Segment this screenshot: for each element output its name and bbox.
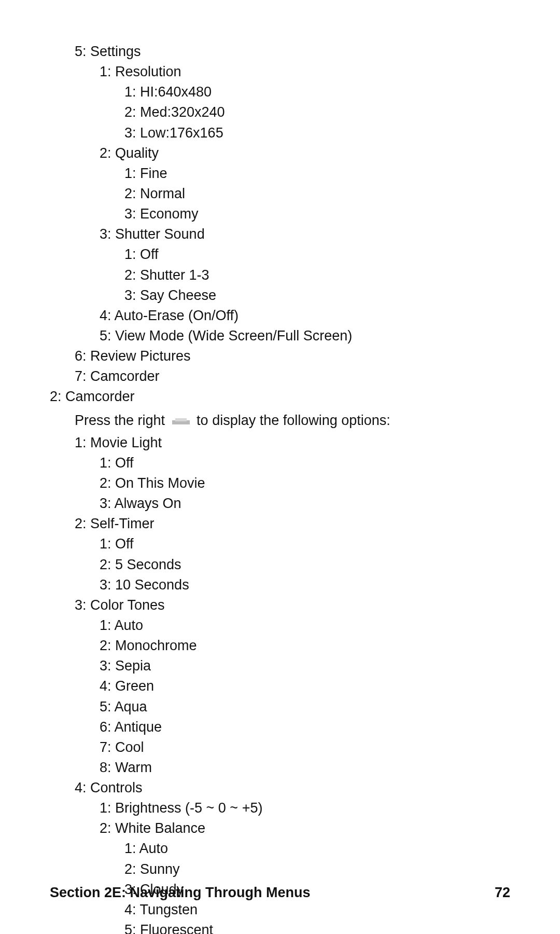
list-item: 1: Fine [124,163,510,184]
list-item: 1: Auto [100,615,510,636]
document-page: 5: Settings 1: Resolution 1: HI:640x480 … [0,0,560,934]
list-item: 3: Always On [100,493,510,514]
menu-white-balance: 2: White Balance [100,818,510,839]
page-footer: Section 2E: Navigating Through Menus 72 [50,883,510,903]
list-item: 7: Cool [100,737,510,758]
menu-resolution: 1: Resolution [100,62,510,82]
menu-camcorder-header: 2: Camcorder [50,387,510,407]
menu-camcorder: 7: Camcorder [75,366,510,387]
list-item: 3: Economy [124,204,510,224]
list-item: 6: Antique [100,717,510,737]
list-item: 3: Low:176x165 [124,123,510,143]
list-item: 2: Normal [124,184,510,204]
list-item: 1: Off [100,453,510,473]
svg-rect-1 [175,418,187,421]
menu-brightness: 1: Brightness (-5 ~ 0 ~ +5) [100,798,510,818]
list-item: 2: Shutter 1-3 [124,265,510,285]
menu-color-tones: 3: Color Tones [75,595,510,615]
menu-review-pictures: 6: Review Pictures [75,346,510,366]
list-item: 3: Say Cheese [124,285,510,306]
instruction-paragraph: Press the right to display the following… [75,410,510,431]
list-item: 3: Sepia [100,656,510,676]
menu-self-timer: 2: Self-Timer [75,514,510,534]
list-item: 2: 5 Seconds [100,555,510,575]
footer-section-title: Section 2E: Navigating Through Menus [50,883,311,903]
menu-movie-light: 1: Movie Light [75,433,510,453]
menu-controls: 4: Controls [75,778,510,798]
list-item: 5: Aqua [100,697,510,717]
list-item: 5: Fluorescent [124,920,510,934]
menu-settings: 5: Settings [75,42,510,62]
menu-shutter-sound: 3: Shutter Sound [100,224,510,244]
list-item: 2: Monochrome [100,636,510,656]
list-item: 2: On This Movie [100,473,510,493]
instruction-text-post: to display the following options: [197,413,390,428]
list-item: 4: Green [100,676,510,696]
footer-page-number: 72 [495,883,510,903]
menu-quality: 2: Quality [100,143,510,163]
list-item: 1: Off [100,534,510,554]
list-item: 8: Warm [100,758,510,778]
instruction-text-pre: Press the right [75,413,165,428]
list-item: 2: Sunny [124,859,510,880]
list-item: 3: 10 Seconds [100,575,510,595]
list-item: 1: HI:640x480 [124,82,510,102]
list-item: 2: Med:320x240 [124,102,510,122]
softkey-icon [172,417,190,424]
list-item: 1: Off [124,244,510,265]
menu-view-mode: 5: View Mode (Wide Screen/Full Screen) [100,326,510,346]
menu-auto-erase: 4: Auto-Erase (On/Off) [100,306,510,326]
list-item: 1: Auto [124,839,510,859]
